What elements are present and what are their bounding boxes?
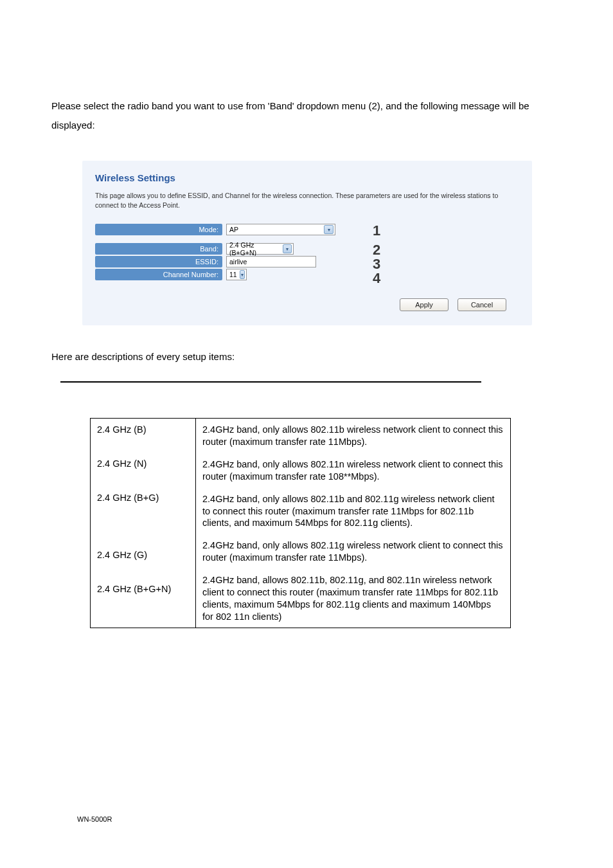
band-desc-b: 2.4GHz band, only allows 802.11b wireles… <box>202 424 504 448</box>
cancel-button[interactable]: Cancel <box>458 298 506 311</box>
band-desc-n: 2.4GHz band, only allows 802.11n wireles… <box>202 458 504 483</box>
band-option-bgn: 2.4 GHz (B+G+N) <box>97 583 189 595</box>
form-rows: Mode: AP ▾ Band: 2.4 GHz (B+G+N) ▾ ESSID… <box>95 224 519 280</box>
marker-4: 4 <box>373 270 380 287</box>
footer-model: WN-5000R <box>77 815 112 823</box>
band-option-n: 2.4 GHz (N) <box>97 458 189 470</box>
channel-select[interactable]: 11 ▾ <box>226 269 247 280</box>
button-bar: Apply Cancel <box>95 298 519 311</box>
intro-paragraph: Please select the radio band you want to… <box>51 0 562 135</box>
band-description-table: 2.4 GHz (B) 2.4 GHz (N) 2.4 GHz (B+G) 2.… <box>90 418 511 628</box>
channel-value: 11 <box>229 271 237 278</box>
band-select[interactable]: 2.4 GHz (B+G+N) ▾ <box>226 243 294 255</box>
band-desc-bgn: 2.4GHz band, allows 802.11b, 802.11g, an… <box>202 574 504 622</box>
band-row: Band: 2.4 GHz (B+G+N) ▾ <box>95 243 519 255</box>
panel-description: This page allows you to define ESSID, an… <box>95 191 519 210</box>
essid-label: ESSID: <box>95 256 222 267</box>
band-option-b: 2.4 GHz (B) <box>97 424 189 436</box>
mode-label: Mode: <box>95 224 222 235</box>
band-value: 2.4 GHz (B+G+N) <box>229 241 280 257</box>
chevron-down-icon: ▾ <box>240 270 245 279</box>
marker-1: 1 <box>373 222 380 239</box>
channel-row: Channel Number: 11 ▾ <box>95 269 519 280</box>
essid-input[interactable]: airlive <box>226 256 316 267</box>
wireless-settings-panel: Wireless Settings This page allows you t… <box>82 161 532 325</box>
apply-button[interactable]: Apply <box>400 298 449 311</box>
band-option-bg: 2.4 GHz (B+G) <box>97 492 189 504</box>
band-option-g: 2.4 GHz (G) <box>97 549 189 561</box>
mode-select[interactable]: AP ▾ <box>226 224 335 235</box>
channel-label: Channel Number: <box>95 269 222 280</box>
essid-row: ESSID: airlive <box>95 256 519 267</box>
essid-value: airlive <box>229 258 247 266</box>
band-desc-bg: 2.4GHz band, only allows 802.11b and 802… <box>202 493 504 530</box>
mode-row: Mode: AP ▾ <box>95 224 519 235</box>
band-desc-g: 2.4GHz band, only allows 802.11g wireles… <box>202 539 504 564</box>
band-label: Band: <box>95 243 222 255</box>
chevron-down-icon: ▾ <box>324 225 333 234</box>
mode-value: AP <box>229 226 238 233</box>
descriptions-heading: Here are descriptions of every setup ite… <box>51 351 562 362</box>
divider <box>60 381 481 383</box>
chevron-down-icon: ▾ <box>283 244 292 253</box>
panel-title: Wireless Settings <box>95 172 519 183</box>
